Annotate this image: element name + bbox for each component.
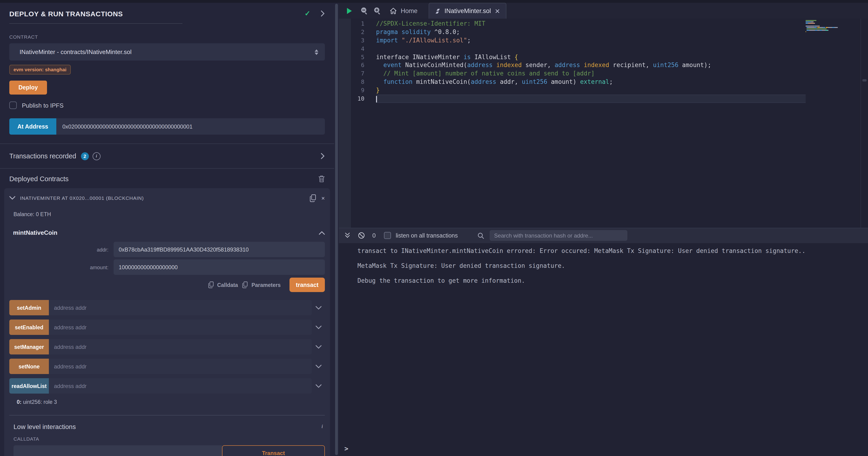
zoom-in-icon[interactable]	[374, 7, 381, 15]
editor-line[interactable]: 5interface INativeMinter is IAllowList {	[339, 53, 806, 61]
pending-tx-count: 0	[372, 232, 376, 239]
param-input-addr[interactable]	[114, 242, 325, 257]
method-setNone-input[interactable]	[49, 359, 312, 374]
deploy-run-panel: DEPLOY & RUN TRANSACTIONS ✓ CONTRACT INa…	[0, 3, 334, 456]
method-readAllowList-input[interactable]	[49, 378, 312, 394]
transactions-info-icon[interactable]: i	[92, 152, 100, 160]
method-setAdmin-button[interactable]: setAdmin	[9, 300, 49, 315]
listen-all-checkbox[interactable]	[384, 232, 391, 239]
minimap-line	[806, 23, 861, 24]
parameters-copy-button[interactable]: Parameters	[242, 281, 281, 288]
expand-method-chevron-icon[interactable]	[312, 325, 325, 329]
low-level-info-icon[interactable]: i	[321, 423, 323, 430]
call-result: 0: uint256: role 3	[9, 399, 325, 405]
code-text: // Mint [amount] number of native coins …	[376, 69, 806, 78]
editor-line[interactable]: 10	[339, 94, 806, 103]
method-setManager-button[interactable]: setManager	[9, 339, 49, 354]
line-number: 2	[339, 28, 376, 36]
zoom-out-icon[interactable]	[361, 7, 368, 15]
minimap-line	[806, 27, 861, 28]
call-result-text: uint256: role 3	[23, 399, 57, 405]
instance-balance: Balance: 0 ETH	[9, 211, 325, 217]
editor-cursor	[376, 96, 377, 102]
editor-tabbar: Home INativeMinter.sol ✕	[339, 3, 868, 19]
calldata-copy-label: Calldata	[217, 282, 238, 288]
remove-instance-icon[interactable]: ×	[321, 195, 325, 201]
panel-title: DEPLOY & RUN TRANSACTIONS	[9, 9, 305, 18]
calldata-copy-button[interactable]: Calldata	[208, 281, 238, 288]
run-script-play-icon[interactable]	[346, 7, 352, 14]
terminal-log-line: Debug the transaction to get more inform…	[358, 277, 868, 284]
editor-line[interactable]: 3import "./IAllowList.sol";	[339, 36, 806, 45]
splitter-grip[interactable]	[335, 4, 338, 455]
method-readAllowList-button[interactable]: readAllowList	[9, 378, 49, 394]
copy-address-icon[interactable]	[310, 194, 317, 202]
contract-select[interactable]: INativeMinter - contracts/INativeMinter.…	[9, 43, 325, 61]
method-setManager-input[interactable]	[49, 339, 312, 354]
tab-home-label: Home	[401, 7, 417, 14]
calldata-input[interactable]	[13, 445, 222, 456]
code-text: interface INativeMinter is IAllowList {	[376, 53, 806, 61]
editor-line[interactable]: 7 // Mint [amount] number of native coin…	[339, 69, 806, 78]
code-text	[376, 94, 806, 103]
publish-ipfs-label: Publish to IPFS	[22, 102, 64, 109]
transactions-recorded-label: Transactions recorded	[9, 152, 76, 160]
method-setNone-button[interactable]: setNone	[9, 359, 49, 374]
minimap-line	[806, 33, 861, 33]
editor-line[interactable]: 8 function mintNativeCoin(address addr, …	[339, 78, 806, 86]
editor-line[interactable]: 4	[339, 45, 806, 53]
terminal-output[interactable]: transact to INativeMinter.mintNativeCoin…	[339, 243, 868, 456]
editor-scrollbar[interactable]	[861, 19, 868, 228]
tab-inativeminter[interactable]: INativeMinter.sol ✕	[429, 3, 506, 19]
expand-method-chevron-icon[interactable]	[312, 345, 325, 349]
param-input-amount[interactable]	[114, 259, 325, 275]
code-text: function mintNativeCoin(address addr, ui…	[376, 78, 806, 86]
expand-method-chevron-icon[interactable]	[312, 306, 325, 310]
editor-line[interactable]: 2pragma solidity ^0.8.0;	[339, 28, 806, 36]
editor-minimap[interactable]	[806, 20, 861, 34]
line-number: 1	[339, 20, 376, 28]
deploy-button[interactable]: Deploy	[9, 81, 47, 94]
param-label: amount:	[9, 264, 114, 270]
close-tab-icon[interactable]: ✕	[495, 8, 500, 14]
panel-splitter[interactable]	[334, 3, 339, 456]
method-row-setManager: setManager	[9, 339, 325, 354]
expand-method-chevron-icon[interactable]	[312, 365, 325, 368]
method-setAdmin-input[interactable]	[49, 300, 312, 315]
transactions-expand-chevron-icon[interactable]	[321, 153, 325, 159]
home-icon	[390, 7, 397, 14]
trash-icon[interactable]	[318, 175, 325, 182]
editor-line[interactable]: 9}	[339, 86, 806, 94]
method-row-readAllowList: readAllowList	[9, 378, 325, 394]
clear-console-ban-icon[interactable]	[358, 232, 365, 239]
at-address-input[interactable]	[56, 118, 325, 135]
code-text: event NativeCoinMinted(address indexed s…	[376, 61, 806, 69]
code-editor[interactable]: 1//SPDX-License-Identifier: MIT2pragma s…	[339, 19, 868, 228]
terminal-collapse-icon[interactable]	[344, 232, 350, 238]
method-collapse-chevron-icon[interactable]	[319, 231, 325, 234]
minimap-line	[806, 24, 861, 25]
tab-home[interactable]: Home	[390, 7, 417, 14]
scrollbar-thumb[interactable]	[862, 79, 867, 82]
expand-method-chevron-icon[interactable]	[312, 384, 325, 388]
publish-ipfs-checkbox[interactable]	[9, 102, 17, 109]
call-result-index: 0:	[17, 399, 22, 405]
terminal-prompt[interactable]: >	[344, 445, 348, 452]
transact-button[interactable]: transact	[289, 278, 325, 292]
contract-select-value: INativeMinter - contracts/INativeMinter.…	[20, 49, 315, 55]
instance-collapse-chevron-icon[interactable]	[9, 196, 16, 200]
editor-line[interactable]: 1//SPDX-License-Identifier: MIT	[339, 20, 806, 28]
method-setEnabled-button[interactable]: setEnabled	[9, 319, 49, 335]
listen-all-label: listen on all transactions	[396, 232, 458, 239]
title-underline	[9, 23, 182, 24]
terminal-search-icon	[477, 232, 484, 239]
method-setEnabled-input[interactable]	[49, 319, 312, 335]
line-number: 4	[339, 45, 376, 53]
code-text: }	[376, 86, 806, 94]
terminal-search-input[interactable]	[489, 230, 627, 241]
editor-line[interactable]: 6 event NativeCoinMinted(address indexed…	[339, 61, 806, 69]
expand-panel-chevron-icon[interactable]	[321, 10, 325, 17]
at-address-button[interactable]: At Address	[9, 118, 56, 135]
card-divider	[9, 415, 325, 416]
low-level-transact-button[interactable]: Transact	[222, 445, 325, 456]
